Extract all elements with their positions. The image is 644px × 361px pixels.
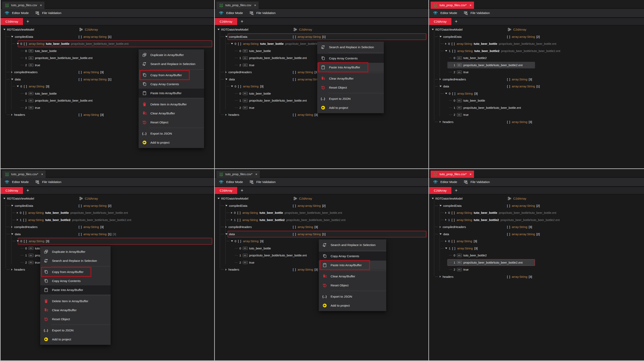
tree-row[interactable]: [ ]array:String[3]compiledHeaders xyxy=(429,76,644,83)
tree-row[interactable]: 0[ ]array:Stringtuto_beer_bottleprops\tu… xyxy=(429,40,644,48)
chevron-down-icon[interactable] xyxy=(440,234,442,235)
chevron-right-icon[interactable] xyxy=(11,114,12,116)
tree-row[interactable]: C2dArrayRDTDataViewModel xyxy=(215,195,428,202)
tree-row[interactable]: [ ]array:array:String[1]data xyxy=(215,230,428,238)
editor-mode-button[interactable]: Editor Mode xyxy=(4,10,29,16)
menu-item-duplicate[interactable]: Duplicate in Array/Buffer xyxy=(138,50,204,60)
chevron-right-icon[interactable] xyxy=(445,240,446,242)
menu-item-export[interactable]: {..}Export to JSON xyxy=(138,129,204,138)
menu-item-copy_contents[interactable]: Copy Array Contents xyxy=(317,54,384,63)
close-icon[interactable]: ✕ xyxy=(41,173,43,176)
tree-row[interactable]: C2dArrayRDTDataViewModel xyxy=(429,195,644,202)
chevron-right-icon[interactable] xyxy=(11,268,12,270)
tree-row[interactable]: 0[ ]array:Stringtuto_beer_bottleprops\tu… xyxy=(215,209,428,216)
close-icon[interactable]: ✕ xyxy=(470,4,472,7)
tree-row[interactable]: 1abcprops\tuto_beer_bottle\tuto_beer_bot… xyxy=(429,104,644,112)
close-icon[interactable]: ✕ xyxy=(255,173,258,176)
menu-item-export[interactable]: {..}Export to JSON xyxy=(40,326,110,335)
tree-row[interactable]: 0abctuto_beer_bottle2 xyxy=(429,252,644,259)
menu-item-copy_from[interactable]: Copy from Array/Buffer xyxy=(40,268,110,276)
tree-row[interactable]: [ ]array:array:String[2]data xyxy=(429,230,644,238)
tree-row[interactable]: [ ]array:String[3]headers xyxy=(429,118,644,126)
chevron-down-icon[interactable] xyxy=(218,29,220,30)
menu-item-clear[interactable]: Clear Array/Buffer xyxy=(138,109,204,118)
tree-row[interactable]: C2dArrayRDTDataViewModel xyxy=(0,195,214,202)
tree-row[interactable]: C2dArrayRDTDataViewModel xyxy=(215,26,428,33)
tree-row[interactable]: [ ]array:array:String[1]compiledData xyxy=(0,33,214,40)
tree-row[interactable]: 2abctrue xyxy=(429,111,644,118)
chevron-right-icon[interactable] xyxy=(231,212,232,214)
chevron-right-icon[interactable] xyxy=(445,219,446,221)
tree-row[interactable]: 1abcprops\tuto_beer_bottle\tuto_beer_bot… xyxy=(429,259,644,266)
chevron-right-icon[interactable] xyxy=(445,212,446,214)
editor-mode-button[interactable]: Editor Mode xyxy=(4,179,29,185)
tree-row[interactable]: [ ]array:array:String[2]compiledData xyxy=(0,202,214,210)
chevron-right-icon[interactable] xyxy=(226,268,227,270)
tree-row[interactable]: [ ]array:String[3]headers xyxy=(429,273,644,280)
chevron-down-icon[interactable] xyxy=(231,43,233,44)
add-tab-button[interactable]: + xyxy=(23,187,32,194)
tree-row[interactable]: [ ]array:String[3]compiledHeaders xyxy=(0,224,214,230)
add-tab-button[interactable]: + xyxy=(23,18,32,25)
tree-row[interactable]: [ ]array:array:String[2]compiledData xyxy=(429,202,644,210)
menu-item-search_replace[interactable]: Search and Replace in Selection xyxy=(138,60,204,68)
menu-item-copy_from[interactable]: Copy from Array/Buffer xyxy=(138,70,204,80)
tree-row[interactable]: 2abctrue xyxy=(429,266,644,273)
chevron-down-icon[interactable] xyxy=(445,93,447,94)
chevron-right-icon[interactable] xyxy=(440,78,441,80)
chevron-down-icon[interactable] xyxy=(11,78,13,80)
chevron-down-icon[interactable] xyxy=(440,36,442,38)
chevron-down-icon[interactable] xyxy=(11,234,13,235)
chevron-right-icon[interactable] xyxy=(226,114,227,116)
chevron-down-icon[interactable] xyxy=(226,78,228,80)
chevron-down-icon[interactable] xyxy=(432,29,434,30)
menu-item-export[interactable]: {..}Export to JSON xyxy=(319,292,386,301)
chevron-down-icon[interactable] xyxy=(17,86,19,87)
menu-item-search_replace[interactable]: Search and Replace in Selection xyxy=(319,240,386,250)
file-validation-button[interactable]: File Validation xyxy=(249,180,276,185)
chevron-right-icon[interactable] xyxy=(445,43,446,45)
menu-item-add_project[interactable]: Add to project xyxy=(40,335,110,344)
menu-item-export[interactable]: {..}Export to JSON xyxy=(317,94,384,103)
tree-row[interactable]: 1[ ]array:String[3] xyxy=(429,245,644,252)
file-validation-button[interactable]: File Validation xyxy=(35,180,62,185)
file-validation-button[interactable]: File Validation xyxy=(249,10,276,16)
tree-row[interactable]: 0[ ]array:Stringtuto_beer_bottleprops\tu… xyxy=(0,209,214,216)
menu-item-copy_contents[interactable]: Copy Array Contents xyxy=(319,252,386,260)
tab-c2darray[interactable]: C2dArray xyxy=(0,187,23,194)
chevron-down-icon[interactable] xyxy=(17,240,19,242)
tab-c2darray[interactable]: C2dArray xyxy=(215,187,237,194)
chevron-down-icon[interactable] xyxy=(226,234,228,235)
menu-item-clear[interactable]: Clear Array/Buffer xyxy=(319,272,386,281)
tree-row[interactable]: [ ]array:array:String[1]compiledData xyxy=(215,33,428,40)
tree-row[interactable]: 0[ ]array:Stringtuto_beer_bottleprops\tu… xyxy=(429,209,644,216)
menu-item-add_project[interactable]: Add to project xyxy=(319,301,386,310)
menu-item-clear[interactable]: Clear Array/Buffer xyxy=(40,306,110,314)
editor-mode-button[interactable]: Editor Mode xyxy=(433,179,457,185)
chevron-down-icon[interactable] xyxy=(231,86,233,87)
close-icon[interactable]: ✕ xyxy=(254,4,256,7)
tree-row[interactable]: [ ]array:array:String[1][3]data xyxy=(0,230,214,238)
menu-item-search_replace[interactable]: Search and Replace in Selection xyxy=(317,42,384,52)
chevron-right-icon[interactable] xyxy=(440,276,441,278)
chevron-down-icon[interactable] xyxy=(231,240,233,242)
menu-item-add_project[interactable]: Add to project xyxy=(138,138,204,147)
chevron-right-icon[interactable] xyxy=(226,71,227,73)
menu-item-paste_into[interactable]: Paste Into Array/Buffer xyxy=(317,63,384,72)
chevron-down-icon[interactable] xyxy=(11,36,13,38)
tree-row[interactable]: 1[ ]array:Stringtuto_beer_bottle2props\t… xyxy=(429,216,644,224)
tree-row[interactable]: 0[ ]array:Stringtuto_beer_bottleprops\tu… xyxy=(0,40,214,48)
chevron-right-icon[interactable] xyxy=(17,212,18,214)
tree-row[interactable]: C2dArrayRDTDataViewModel xyxy=(0,26,214,33)
close-icon[interactable]: ✕ xyxy=(40,4,42,7)
chevron-right-icon[interactable] xyxy=(231,219,232,221)
menu-item-paste_into[interactable]: Paste Into Array/Buffer xyxy=(40,286,110,294)
chevron-down-icon[interactable] xyxy=(445,50,447,52)
tree-row[interactable]: [ ]array:array:String[1]data xyxy=(429,83,644,90)
file-tab[interactable]: tuto_prop_files.csv* ✕ xyxy=(2,170,46,178)
menu-item-copy_contents[interactable]: Copy Array Contents xyxy=(40,276,110,286)
tree-row[interactable]: 1[ ]array:Stringtuto_beer_bottle2props\t… xyxy=(0,216,214,224)
chevron-down-icon[interactable] xyxy=(226,36,228,38)
file-validation-button[interactable]: File Validation xyxy=(35,10,62,16)
menu-item-duplicate[interactable]: Duplicate in Array/Buffer xyxy=(40,247,110,256)
